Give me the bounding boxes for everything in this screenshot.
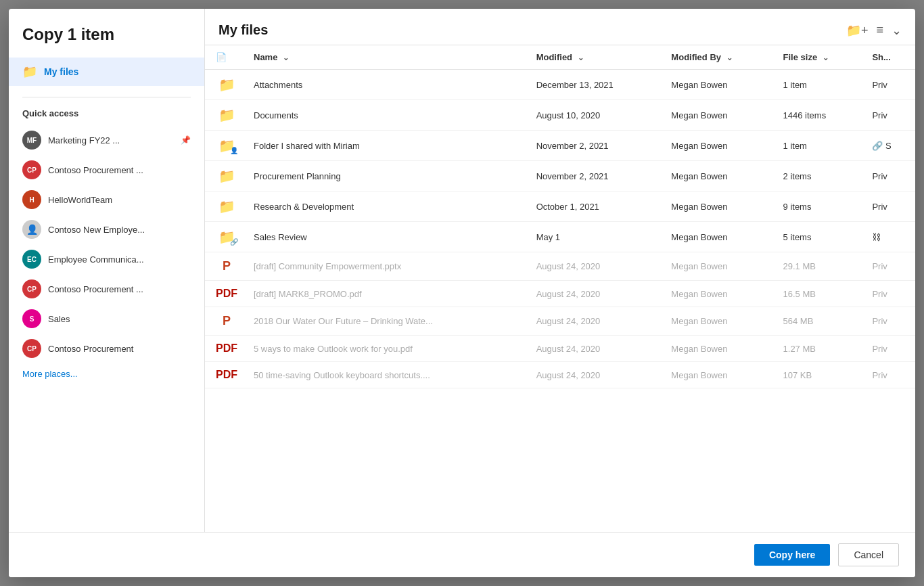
file-sharing-3: Priv xyxy=(864,161,915,191)
file-sharing-1: Priv xyxy=(864,100,915,131)
col-header-filesize[interactable]: File size ⌄ xyxy=(775,45,864,70)
file-modifiedby-0: Megan Bowen xyxy=(663,70,775,100)
file-sharing-2: 🔗 S xyxy=(864,131,915,161)
nav-item-label-ec: Employee Communica... xyxy=(48,254,191,265)
table-row[interactable]: P2018 Our Water Our Future – Drinking Wa… xyxy=(205,307,915,336)
chevron-down-icon[interactable]: ⌄ xyxy=(892,23,902,38)
file-modifiedby-6: Megan Bowen xyxy=(663,252,775,281)
file-modifiedby-5: Megan Bowen xyxy=(663,222,775,252)
right-panel: My files 📁+ ≡ ⌄ 📄 Name ⌄ xyxy=(205,9,915,532)
file-name-7: [draft] MARK8_PROMO.pdf xyxy=(246,281,528,307)
table-row[interactable]: 📁Research & DevelopmentOctober 1, 2021Me… xyxy=(205,191,915,222)
file-modified-2: November 2, 2021 xyxy=(528,131,664,161)
file-size-6: 29.1 MB xyxy=(775,252,864,281)
file-size-3: 2 items xyxy=(775,161,864,191)
file-name-9: 5 ways to make Outlook work for you.pdf xyxy=(246,336,528,362)
menu-icon[interactable]: ≡ xyxy=(876,23,883,37)
nav-item-h[interactable]: HHelloWorldTeam xyxy=(9,185,204,215)
file-icon-2: 📁👤 xyxy=(205,131,246,161)
nav-item-label-cp1: Contoso Procurement ... xyxy=(48,165,191,175)
nav-item-label-cp3: Contoso Procurement xyxy=(48,344,191,354)
file-table-body: 📁AttachmentsDecember 13, 2021Megan Bowen… xyxy=(205,70,915,388)
table-row[interactable]: 📁👤Folder I shared with MiriamNovember 2,… xyxy=(205,131,915,161)
nav-item-label-mf: Marketing FY22 ... xyxy=(48,135,174,145)
file-modifiedby-2: Megan Bowen xyxy=(663,131,775,161)
table-row[interactable]: 📁🔗Sales ReviewMay 1Megan Bowen5 items⛓ xyxy=(205,222,915,252)
file-icon-6: P xyxy=(205,252,246,281)
file-sharing-5: ⛓ xyxy=(864,222,915,252)
table-row[interactable]: 📁DocumentsAugust 10, 2020Megan Bowen1446… xyxy=(205,100,915,131)
nav-item-label-h: HelloWorldTeam xyxy=(48,195,191,205)
sort-arrow-name: ⌄ xyxy=(283,53,289,62)
nav-item-avatar-cne: 👤 xyxy=(22,220,41,239)
nav-item-cp3[interactable]: CPContoso Procurement xyxy=(9,334,204,363)
nav-item-label-s: Sales xyxy=(48,314,191,324)
file-icon-1: 📁 xyxy=(205,100,246,131)
nav-item-avatar-ec: EC xyxy=(22,250,41,269)
sort-arrow-modifiedby: ⌄ xyxy=(726,53,733,62)
nav-item-cne[interactable]: 👤Contoso New Employe... xyxy=(9,215,204,244)
file-name-10: 50 time-saving Outlook keyboard shortcut… xyxy=(246,362,528,388)
file-size-5: 5 items xyxy=(775,222,864,252)
file-modified-3: November 2, 2021 xyxy=(528,161,664,191)
file-sharing-9: Priv xyxy=(864,336,915,362)
table-row[interactable]: P[draft] Community Empowerment.pptxAugus… xyxy=(205,252,915,281)
my-files-button[interactable]: 📁 My files xyxy=(9,58,204,86)
dialog-title: Copy 1 item xyxy=(9,25,204,58)
file-sharing-4: Priv xyxy=(864,191,915,222)
file-modified-4: October 1, 2021 xyxy=(528,191,664,222)
quick-access-label: Quick access xyxy=(9,108,204,125)
header-icons: 📁+ ≡ ⌄ xyxy=(846,23,902,38)
file-sharing-0: Priv xyxy=(864,70,915,100)
col-header-modified[interactable]: Modified ⌄ xyxy=(528,45,664,70)
file-table-wrapper[interactable]: 📄 Name ⌄ Modified ⌄ Modified By ⌄ xyxy=(205,45,915,532)
file-name-8: 2018 Our Water Our Future – Drinking Wat… xyxy=(246,307,528,336)
dialog-footer: Copy here Cancel xyxy=(9,532,915,577)
file-name-5: Sales Review xyxy=(246,222,528,252)
col-header-sharing: Sh... xyxy=(864,45,915,70)
file-name-1: Documents xyxy=(246,100,528,131)
file-size-7: 16.5 MB xyxy=(775,281,864,307)
copy-here-button[interactable]: Copy here xyxy=(754,544,830,566)
nav-item-label-cp2: Contoso Procurement ... xyxy=(48,284,191,294)
file-icon-9: PDF xyxy=(205,336,246,362)
file-sharing-10: Priv xyxy=(864,362,915,388)
new-folder-icon[interactable]: 📁+ xyxy=(846,23,869,38)
file-size-1: 1446 items xyxy=(775,100,864,131)
nav-item-avatar-s: S xyxy=(22,309,41,328)
nav-items-container: MFMarketing FY22 ...📌CPContoso Procureme… xyxy=(9,125,204,363)
file-icon-10: PDF xyxy=(205,362,246,388)
file-icon-3: 📁 xyxy=(205,161,246,191)
table-row[interactable]: PDF50 time-saving Outlook keyboard short… xyxy=(205,362,915,388)
nav-item-avatar-h: H xyxy=(22,190,41,209)
file-icon-7: PDF xyxy=(205,281,246,307)
file-name-3: Procurement Planning xyxy=(246,161,528,191)
file-modifiedby-8: Megan Bowen xyxy=(663,307,775,336)
nav-item-label-cne: Contoso New Employe... xyxy=(48,225,191,235)
table-row[interactable]: PDF[draft] MARK8_PROMO.pdfAugust 24, 202… xyxy=(205,281,915,307)
nav-item-ec[interactable]: ECEmployee Communica... xyxy=(9,244,204,274)
nav-item-s[interactable]: SSales xyxy=(9,304,204,334)
more-places-link[interactable]: More places... xyxy=(9,363,204,384)
copy-dialog: Copy 1 item 📁 My files Quick access MFMa… xyxy=(9,9,915,577)
table-row[interactable]: 📁AttachmentsDecember 13, 2021Megan Bowen… xyxy=(205,70,915,100)
col-header-icon: 📄 xyxy=(205,45,246,70)
file-name-2: Folder I shared with Miriam xyxy=(246,131,528,161)
nav-item-mf[interactable]: MFMarketing FY22 ...📌 xyxy=(9,125,204,155)
right-panel-title: My files xyxy=(218,22,268,38)
pin-icon-mf: 📌 xyxy=(181,135,191,145)
cancel-button[interactable]: Cancel xyxy=(838,543,899,566)
file-name-4: Research & Development xyxy=(246,191,528,222)
file-modified-8: August 24, 2020 xyxy=(528,307,664,336)
file-size-8: 564 MB xyxy=(775,307,864,336)
file-table: 📄 Name ⌄ Modified ⌄ Modified By ⌄ xyxy=(205,45,915,388)
file-size-0: 1 item xyxy=(775,70,864,100)
nav-item-cp2[interactable]: CPContoso Procurement ... xyxy=(9,274,204,304)
col-header-name[interactable]: Name ⌄ xyxy=(246,45,528,70)
table-row[interactable]: 📁Procurement PlanningNovember 2, 2021Meg… xyxy=(205,161,915,191)
nav-item-cp1[interactable]: CPContoso Procurement ... xyxy=(9,155,204,185)
file-size-10: 107 KB xyxy=(775,362,864,388)
col-header-modifiedby[interactable]: Modified By ⌄ xyxy=(663,45,775,70)
table-row[interactable]: PDF5 ways to make Outlook work for you.p… xyxy=(205,336,915,362)
file-sharing-7: Priv xyxy=(864,281,915,307)
